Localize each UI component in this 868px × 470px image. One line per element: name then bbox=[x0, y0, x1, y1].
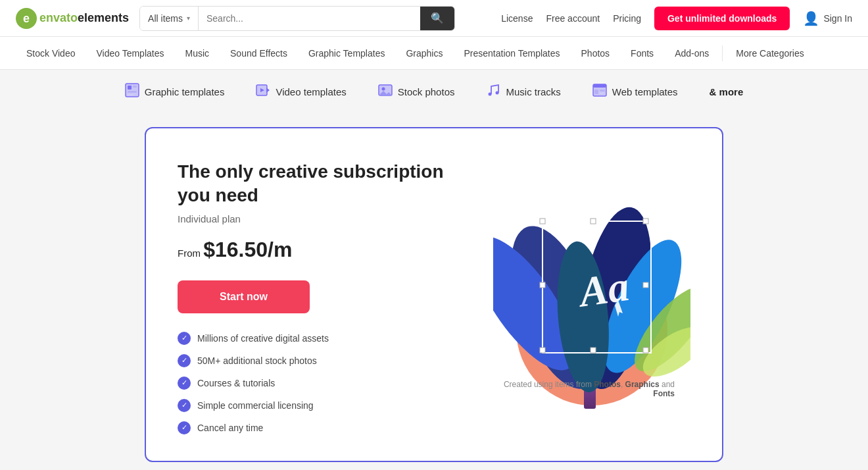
music-tracks-label: Music tracks bbox=[506, 86, 560, 97]
hero-card: The only creative subscription you need … bbox=[145, 127, 723, 462]
sign-in-label: Sign In bbox=[823, 13, 852, 24]
hero-plan: Individual plan bbox=[178, 213, 472, 224]
svg-rect-33 bbox=[643, 348, 648, 353]
feature-label: 50M+ additional stock photos bbox=[197, 355, 317, 366]
svg-rect-18 bbox=[600, 90, 605, 91]
svg-rect-37 bbox=[643, 282, 648, 288]
get-unlimited-downloads-button[interactable]: Get unlimited downloads bbox=[654, 7, 790, 30]
nav-separator bbox=[722, 45, 723, 61]
more-categories-link[interactable]: & more bbox=[710, 86, 744, 97]
hero-section: The only creative subscription you need … bbox=[0, 114, 868, 470]
feature-label: Cancel any time bbox=[197, 423, 263, 433]
video-templates-label: Video templates bbox=[276, 86, 346, 97]
category-stock-photos[interactable]: Stock photos bbox=[378, 83, 455, 101]
nav-graphic-templates[interactable]: Graphic Templates bbox=[298, 37, 395, 70]
search-input[interactable] bbox=[199, 7, 420, 30]
svg-rect-16 bbox=[593, 84, 606, 88]
web-templates-icon bbox=[592, 83, 607, 101]
feature-item: ✓ 50M+ additional stock photos bbox=[178, 354, 472, 367]
nav-bar: Stock Video Video Templates Music Sound … bbox=[0, 37, 868, 70]
feature-item: ✓ Simple commercial licensing bbox=[178, 399, 472, 412]
svg-rect-3 bbox=[128, 86, 132, 90]
header: e envatoelements All items ▾ 🔍 License F… bbox=[0, 0, 868, 37]
category-web-templates[interactable]: Web templates bbox=[592, 83, 678, 101]
all-items-dropdown[interactable]: All items ▾ bbox=[140, 7, 199, 30]
svg-point-13 bbox=[489, 93, 492, 96]
category-video-templates[interactable]: Video templates bbox=[256, 83, 346, 101]
hero-image: Aa Created using items from Photos, Grap… bbox=[493, 185, 690, 409]
price-from-label: From bbox=[178, 248, 203, 259]
header-nav: License Free account Pricing Get unlimit… bbox=[501, 7, 852, 30]
stock-photos-label: Stock photos bbox=[398, 86, 455, 97]
chevron-down-icon: ▾ bbox=[187, 14, 190, 22]
svg-marker-8 bbox=[266, 88, 270, 93]
svg-rect-36 bbox=[540, 282, 545, 288]
nav-graphics[interactable]: Graphics bbox=[395, 37, 453, 70]
check-icon: ✓ bbox=[178, 399, 191, 412]
nav-video-templates[interactable]: Video Templates bbox=[85, 37, 174, 70]
svg-rect-32 bbox=[540, 348, 545, 353]
nav-photos[interactable]: Photos bbox=[571, 37, 621, 70]
logo[interactable]: e envatoelements bbox=[16, 8, 129, 29]
category-bar: Graphic templates Video templates Stock … bbox=[0, 70, 868, 114]
svg-rect-4 bbox=[133, 86, 137, 88]
feature-label: Simple commercial licensing bbox=[197, 400, 314, 411]
nav-fonts[interactable]: Fonts bbox=[620, 37, 664, 70]
music-tracks-icon bbox=[486, 83, 500, 101]
check-icon: ✓ bbox=[178, 421, 191, 434]
web-templates-label: Web templates bbox=[612, 86, 678, 97]
svg-rect-6 bbox=[128, 94, 133, 95]
feature-list: ✓ Millions of creative digital assets ✓ … bbox=[178, 332, 472, 434]
feature-item: ✓ Courses & tutorials bbox=[178, 377, 472, 390]
svg-rect-35 bbox=[591, 348, 596, 353]
license-link[interactable]: License bbox=[501, 13, 533, 24]
svg-rect-17 bbox=[594, 90, 598, 94]
hero-caption: Created using items from Photos, Graphic… bbox=[493, 380, 675, 398]
nav-music[interactable]: Music bbox=[174, 37, 220, 70]
search-icon: 🔍 bbox=[431, 12, 444, 24]
sign-in-button[interactable]: 👤 Sign In bbox=[803, 11, 852, 26]
hero-content: The only creative subscription you need … bbox=[178, 160, 472, 434]
nav-more-categories[interactable]: More Categories bbox=[725, 37, 815, 70]
nav-presentation-templates[interactable]: Presentation Templates bbox=[453, 37, 570, 70]
pricing-link[interactable]: Pricing bbox=[613, 13, 641, 24]
price-amount: $16.50/m bbox=[203, 238, 292, 261]
search-button[interactable]: 🔍 bbox=[420, 7, 454, 30]
svg-text:Aa: Aa bbox=[574, 263, 632, 316]
dropdown-label: All items bbox=[148, 13, 183, 24]
hero-price: From $16.50/m bbox=[178, 238, 472, 262]
user-icon: 👤 bbox=[803, 11, 819, 26]
stock-photos-icon bbox=[378, 83, 393, 101]
graphic-templates-icon bbox=[125, 83, 139, 101]
video-templates-icon bbox=[256, 83, 270, 101]
graphic-templates-label: Graphic templates bbox=[145, 86, 225, 97]
feature-item: ✓ Millions of creative digital assets bbox=[178, 332, 472, 345]
check-icon: ✓ bbox=[178, 354, 191, 367]
feature-label: Millions of creative digital assets bbox=[197, 333, 329, 344]
nav-sound-effects[interactable]: Sound Effects bbox=[220, 37, 298, 70]
svg-rect-34 bbox=[591, 219, 596, 224]
nav-stock-video[interactable]: Stock Video bbox=[16, 37, 85, 70]
logo-label: envatoelements bbox=[39, 11, 129, 25]
svg-rect-30 bbox=[540, 219, 545, 224]
caption-text: Created using items from Photos, Graphic… bbox=[504, 380, 675, 398]
search-bar: All items ▾ 🔍 bbox=[139, 6, 455, 31]
svg-rect-19 bbox=[600, 93, 603, 94]
svg-text:e: e bbox=[23, 12, 30, 25]
plant-illustration: Aa bbox=[493, 185, 690, 409]
svg-point-11 bbox=[381, 88, 385, 91]
nav-addons[interactable]: Add-ons bbox=[664, 37, 719, 70]
check-icon: ✓ bbox=[178, 332, 191, 345]
feature-label: Courses & tutorials bbox=[197, 378, 275, 388]
logo-envato: envato bbox=[39, 11, 78, 24]
svg-point-14 bbox=[496, 91, 499, 95]
check-icon: ✓ bbox=[178, 377, 191, 390]
free-account-link[interactable]: Free account bbox=[546, 13, 600, 24]
start-now-button[interactable]: Start now bbox=[178, 280, 310, 313]
category-music-tracks[interactable]: Music tracks bbox=[486, 83, 560, 101]
logo-elements: elements bbox=[78, 11, 129, 24]
hero-title: The only creative subscription you need bbox=[178, 160, 472, 208]
category-graphic-templates[interactable]: Graphic templates bbox=[125, 83, 225, 101]
svg-rect-31 bbox=[643, 219, 648, 224]
svg-rect-5 bbox=[128, 91, 137, 93]
